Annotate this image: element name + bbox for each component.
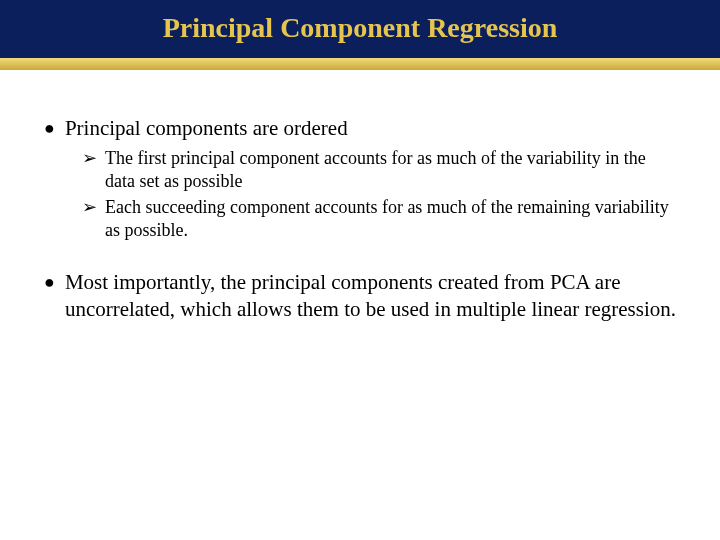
content-area: ● Principal components are ordered ➢ The… bbox=[44, 115, 680, 328]
sub-bullet-1: ➢ The first principal component accounts… bbox=[82, 147, 680, 192]
bullet-disc-icon: ● bbox=[44, 115, 55, 141]
accent-band-gold bbox=[0, 58, 720, 70]
bullet-1-subitems: ➢ The first principal component accounts… bbox=[82, 147, 680, 241]
bullet-2-text: Most importantly, the principal componen… bbox=[65, 269, 680, 322]
slide-title: Principal Component Regression bbox=[163, 12, 558, 44]
bullet-item-2: ● Most importantly, the principal compon… bbox=[44, 269, 680, 322]
sub-bullet-2-text: Each succeeding component accounts for a… bbox=[105, 196, 680, 241]
slide: Principal Component Regression ● Princip… bbox=[0, 0, 720, 540]
bullet-disc-icon: ● bbox=[44, 269, 55, 322]
title-band: Principal Component Regression bbox=[0, 0, 720, 48]
arrow-icon: ➢ bbox=[82, 147, 97, 192]
bullet-1-text: Principal components are ordered bbox=[65, 115, 680, 141]
sub-bullet-2: ➢ Each succeeding component accounts for… bbox=[82, 196, 680, 241]
sub-bullet-1-text: The first principal component accounts f… bbox=[105, 147, 680, 192]
bullet-item-1: ● Principal components are ordered bbox=[44, 115, 680, 141]
arrow-icon: ➢ bbox=[82, 196, 97, 241]
